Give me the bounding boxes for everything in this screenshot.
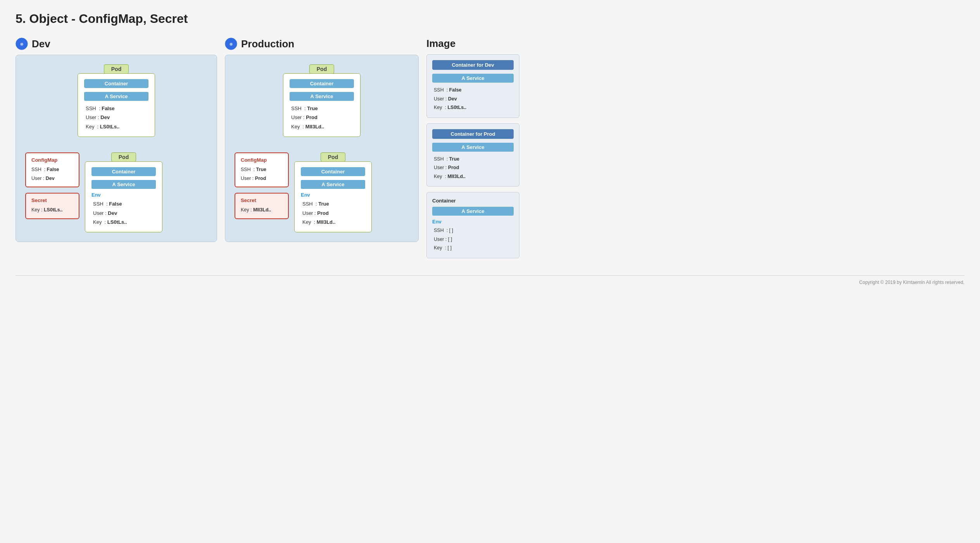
prod-configmap: ConfigMap SSH : True User : Prod: [235, 152, 289, 187]
k8s-icon-prod: ⎈: [225, 38, 237, 50]
svg-text:⎈: ⎈: [229, 41, 233, 47]
dev-bottom-service-bar: A Service: [91, 180, 156, 189]
prod-bottom-service-bar: A Service: [301, 180, 365, 189]
page-title: 5. Object - ConfigMap, Secret: [16, 12, 964, 26]
dev-bottom-container-label: Container: [91, 167, 156, 176]
footer: Copyright © 2019 by Kimtaemin All rights…: [16, 275, 964, 285]
k8s-icon-dev: ⎈: [16, 38, 28, 50]
dev-bottom-pod: Pod Container A Service Env SSH : False …: [85, 152, 162, 232]
prod-secret: Secret Key : MII3Ld..: [235, 193, 289, 219]
svg-text:⎈: ⎈: [20, 41, 24, 47]
image-generic-service-bar: A Service: [432, 207, 514, 216]
dev-section: ⎈ Dev Pod Container A Service SSH : Fals…: [16, 38, 217, 242]
prod-bottom-container-label: Container: [301, 167, 365, 176]
image-dev-service-bar: A Service: [432, 74, 514, 83]
image-generic-env-label: Env: [432, 219, 514, 225]
prod-env-label: Env: [301, 192, 365, 198]
prod-configmap-title: ConfigMap: [241, 157, 283, 163]
dev-top-container-label: Container: [84, 79, 148, 88]
dev-bottom-pod-label: Pod: [111, 152, 136, 162]
dev-secret: Secret Key : LS0tLs..: [25, 193, 79, 219]
image-container-generic: Container A Service Env SSH : [ ] User :…: [426, 192, 519, 258]
dev-configmap-title: ConfigMap: [31, 157, 73, 163]
dev-top-pod: Pod Container A Service SSH : False User…: [78, 64, 155, 137]
dev-top-pod-label: Pod: [104, 64, 129, 74]
prod-bottom-pod: Pod Container A Service Env SSH : True U…: [294, 152, 372, 232]
dev-top-service-bar: A Service: [84, 92, 148, 101]
image-container-prod-title: Container for Prod: [432, 129, 514, 139]
prod-top-pod: Pod Container A Service SSH : True User …: [283, 64, 361, 137]
prod-label: Production: [241, 38, 294, 50]
dev-config-secret-col: ConfigMap SSH : False User : Dev Secret …: [25, 152, 79, 219]
prod-top-service-details: SSH : True User : Prod Key : MII3Ld..: [290, 104, 354, 131]
prod-config-secret-col: ConfigMap SSH : True User : Prod Secret …: [235, 152, 289, 219]
prod-section: ⎈ Production Pod Container A Service SSH…: [225, 38, 419, 242]
dev-secret-title: Secret: [31, 197, 73, 203]
prod-top-service-bar: A Service: [290, 92, 354, 101]
image-title: Image: [426, 38, 519, 50]
prod-bottom-pod-label: Pod: [321, 152, 345, 162]
dev-box: Pod Container A Service SSH : False User…: [16, 55, 217, 242]
image-container-dev: Container for Dev A Service SSH : False …: [426, 54, 519, 118]
dev-label: Dev: [32, 38, 50, 50]
image-container-generic-title: Container: [432, 198, 514, 204]
dev-configmap: ConfigMap SSH : False User : Dev: [25, 152, 79, 187]
image-container-dev-title: Container for Dev: [432, 60, 514, 70]
image-prod-service-bar: A Service: [432, 143, 514, 152]
prod-top-container-label: Container: [290, 79, 354, 88]
prod-box: Pod Container A Service SSH : True User …: [225, 55, 419, 242]
image-container-prod: Container for Prod A Service SSH : True …: [426, 123, 519, 187]
prod-top-pod-label: Pod: [309, 64, 334, 74]
prod-secret-title: Secret: [241, 197, 283, 203]
dev-top-service-details: SSH : False User : Dev Key : LS0tLs..: [84, 104, 148, 131]
image-section: Image Container for Dev A Service SSH : …: [426, 38, 519, 264]
dev-env-label: Env: [91, 192, 156, 198]
